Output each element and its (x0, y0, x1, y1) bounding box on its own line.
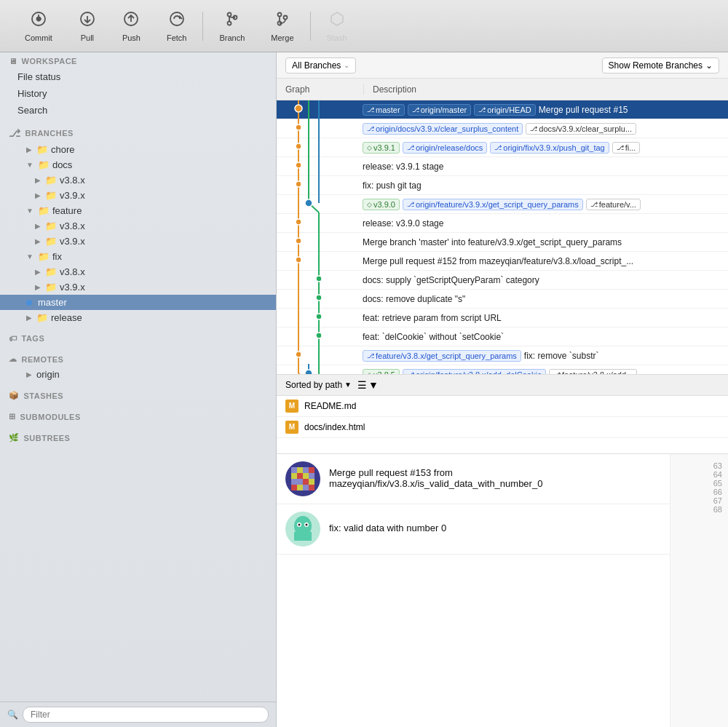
svg-point-10 (227, 21, 231, 25)
commit-row-8[interactable]: Merge branch 'master' into feature/v3.9.… (277, 233, 728, 252)
fetch-button[interactable]: Fetch (154, 6, 200, 47)
menu-button[interactable]: ☰ ▼ (357, 379, 379, 391)
sidebar-item-file-status[interactable]: File status (0, 68, 276, 85)
branch-feature-v38x-label: v3.8.x (60, 221, 85, 231)
folder-icon: 📁 (38, 205, 50, 216)
branch-master[interactable]: master (0, 295, 276, 310)
merge-button[interactable]: Merge (258, 6, 306, 47)
all-branches-select[interactable]: All Branches ⌄ (285, 57, 356, 74)
desc-cell-10: docs: supply `getScriptQueryParam` categ… (363, 275, 722, 285)
pull-icon (79, 10, 96, 31)
commit-row-1[interactable]: ⎇ master ⎇ origin/master ⎇ origin/HEAD M… (277, 100, 728, 119)
branch-fix-v38x[interactable]: ▶ 📁 v3.8.x (0, 264, 276, 279)
graph-cell-7 (282, 212, 363, 234)
desc-cell-5: fix: push git tag (363, 180, 722, 191)
chevron-right-icon: ▶ (35, 268, 41, 276)
graph-cell-9 (282, 250, 363, 271)
commit-row-2[interactable]: ⎇ origin/docs/v3.9.x/clear_surplus_conte… (277, 119, 728, 138)
svg-rect-99 (303, 485, 309, 490)
branch-docs-v39x-label: v3.9.x (60, 190, 85, 201)
tag-master: ⎇ master (363, 104, 405, 116)
commit-row-12[interactable]: feat: retrieve param from script URL (277, 309, 728, 327)
branch-fix-v39x[interactable]: ▶ 📁 v3.9.x (0, 279, 276, 295)
file-badge-docs-index: M (285, 421, 298, 434)
graph-cell-12 (282, 307, 363, 328)
tag-feature-v38-get: ⎇ feature/v3.8.x/get_script_query_params (363, 350, 521, 362)
stashes-icon: 📦 (9, 391, 20, 400)
commit-row-4[interactable]: release: v3.9.1 stage (277, 157, 728, 176)
commit-title-2: fix: valid data with number 0 (329, 523, 661, 533)
commit-row-7[interactable]: release: v3.9.0 stage (277, 214, 728, 233)
desc-cell-1: ⎇ master ⎇ origin/master ⎇ origin/HEAD M… (363, 104, 722, 116)
avatar-1 (285, 461, 320, 496)
push-button[interactable]: Push (109, 6, 154, 47)
tag-origin-feature-v38-add: ⎇ origin/feature/v3.8.x/add_delCookie (403, 369, 546, 374)
tag-fi: ⎇ fi... (612, 142, 641, 154)
desc-cell-8: Merge branch 'master' into feature/v3.9.… (363, 237, 722, 247)
commit-row-13[interactable]: feat: `delCookie` without `setCookie` (277, 327, 728, 346)
stash-button[interactable]: Stash (314, 6, 360, 47)
svg-rect-90 (297, 473, 303, 479)
pull-button[interactable]: Pull (66, 6, 109, 47)
line-63: 63 (713, 461, 722, 470)
show-remote-button[interactable]: Show Remote Branches ⌄ (602, 57, 719, 74)
branch-folder-feature[interactable]: ▼ 📁 feature (0, 203, 276, 218)
filter-search-icon: 🔍 (7, 710, 18, 720)
desc-cell-12: feat: retrieve param from script URL (363, 313, 722, 323)
commit-button[interactable]: Commit (12, 6, 66, 47)
commit-text-2: fix: valid data with number 0 (329, 523, 661, 535)
branch-docs-v38x[interactable]: ▶ 📁 v3.8.x (0, 172, 276, 188)
svg-rect-100 (309, 485, 314, 490)
tag-v391: ◇ v3.9.1 (363, 142, 400, 154)
subtrees-section: 🌿 SUBTREES (0, 429, 276, 445)
sidebar-item-history[interactable]: History (0, 85, 276, 102)
origin-label: origin (36, 369, 60, 380)
remotes-label: REMOTES (22, 355, 64, 364)
commit-desc-9: Merge pull request #152 from mazeyqian/f… (363, 256, 633, 266)
remote-origin[interactable]: ▶ origin (0, 367, 276, 382)
svg-point-3 (36, 17, 40, 20)
submodules-icon: ⊞ (9, 412, 16, 421)
tag-origin-fix-push-git: ⎇ origin/fix/v3.9.x/push_git_tag (490, 142, 609, 154)
commit-row-11[interactable]: docs: remove duplicate "s" (277, 290, 728, 309)
branch-folder-release[interactable]: ▶ 📁 release (0, 310, 276, 325)
commit-row-10[interactable]: docs: supply `getScriptQueryParam` categ… (277, 271, 728, 290)
svg-point-13 (277, 12, 281, 16)
remote-dropdown-icon: ⌄ (705, 60, 713, 71)
file-row-docs-index[interactable]: M docs/index.html (277, 417, 728, 438)
graph-cell-13 (282, 326, 363, 347)
sort-by-path-button[interactable]: Sorted by path ▼ (285, 380, 352, 390)
branch-feature-v39x[interactable]: ▶ 📁 v3.9.x (0, 234, 276, 249)
chevron-right-icon: ▶ (35, 237, 41, 245)
tag-v390: ◇ v3.9.0 (363, 199, 400, 210)
commit-row-3[interactable]: ◇ v3.9.1 ⎇ origin/release/docs ⎇ origin/… (277, 138, 728, 157)
branch-docs-v39x[interactable]: ▶ 📁 v3.9.x (0, 188, 276, 203)
stash-label: Stash (327, 33, 347, 42)
branch-docs-label: docs (52, 159, 72, 170)
commit-detail-row-2: fix: valid data with number 0 (277, 504, 670, 555)
branch-docs-v38x-label: v3.8.x (60, 175, 85, 186)
line-66: 66 (713, 488, 722, 496)
branch-folder-fix[interactable]: ▼ 📁 fix (0, 249, 276, 264)
tag-icon: 🏷 (9, 334, 17, 343)
commit-row-9[interactable]: Merge pull request #152 from mazeyqian/f… (277, 252, 728, 271)
branch-folder-chore[interactable]: ▶ 📁 chore (0, 142, 276, 157)
graph-cell-6 (282, 194, 363, 215)
svg-rect-98 (297, 485, 303, 490)
chevron-right-icon: ▶ (26, 146, 32, 154)
sidebar-item-search[interactable]: Search (0, 102, 276, 119)
master-active-dot (26, 300, 32, 306)
commit-row-5[interactable]: fix: push git tag (277, 176, 728, 195)
sort-bar: Sorted by path ▼ ☰ ▼ (277, 374, 728, 396)
commit-row-15[interactable]: ◇ v3.8.5 ⎇ origin/feature/v3.8.x/add_del… (277, 365, 728, 374)
chevron-right-icon: ▶ (35, 176, 41, 184)
tag-v385: ◇ v3.8.5 (363, 369, 400, 374)
commit-row-6[interactable]: ◇ v3.9.0 ⎇ origin/feature/v3.9.x/get_scr… (277, 195, 728, 214)
filter-input[interactable] (23, 707, 269, 723)
branch-folder-docs[interactable]: ▼ 📁 docs (0, 157, 276, 172)
commit-row-14[interactable]: ⎇ feature/v3.8.x/get_script_query_params… (277, 346, 728, 365)
branch-feature-v38x[interactable]: ▶ 📁 v3.8.x (0, 218, 276, 234)
branch-button[interactable]: Branch (206, 6, 258, 47)
file-row-readme[interactable]: M README.md (277, 396, 728, 417)
desc-cell-2: ⎇ origin/docs/v3.9.x/clear_surplus_conte… (363, 123, 722, 135)
